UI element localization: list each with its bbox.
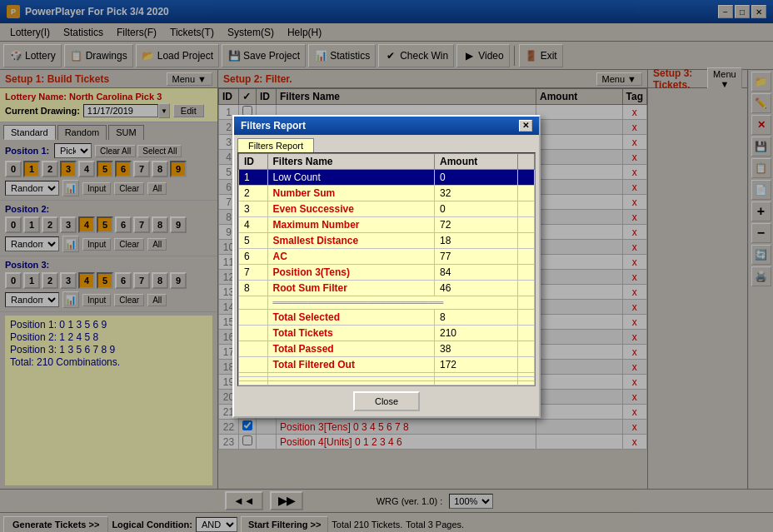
modal-row-tag [518, 264, 535, 280]
modal-content: ID Filters Name Amount 1 Low Count 0 2 N… [237, 152, 536, 386]
modal-total-label: Total Filtered Out [267, 356, 435, 372]
modal-total-label: Total Tickets [267, 325, 435, 341]
modal-table-row[interactable]: 4 Maximum Number 72 [239, 216, 535, 232]
modal-col-name: Filters Name [267, 153, 435, 169]
modal-total-row: Total Passed 38 [239, 341, 535, 356]
modal-row-name: Root Sum Filter [267, 280, 435, 296]
modal-close-button[interactable]: Close [353, 391, 420, 411]
modal-row-amount: 0 [435, 169, 518, 185]
modal-total-value: 172 [435, 356, 518, 372]
modal-row-tag [518, 216, 535, 232]
modal-row-id: 2 [239, 185, 268, 201]
modal-row-tag [518, 201, 535, 216]
modal-row-id: 1 [239, 169, 268, 185]
modal-row-amount: 77 [435, 248, 518, 264]
modal-tabs: Filters Report [234, 135, 539, 152]
modal-row-tag [518, 280, 535, 296]
modal-row-tag [518, 185, 535, 201]
modal-data-table: ID Filters Name Amount 1 Low Count 0 2 N… [238, 153, 535, 385]
filters-report-modal: Filters Report ✕ Filters Report ID Filte… [232, 115, 541, 418]
modal-total-id [239, 309, 268, 325]
modal-row-amount: 46 [435, 280, 518, 296]
modal-row-name: AC [267, 248, 435, 264]
modal-row-id: 5 [239, 232, 268, 248]
modal-overlay: Filters Report ✕ Filters Report ID Filte… [0, 0, 773, 532]
modal-total-id [239, 341, 268, 356]
modal-col-amount: Amount [435, 153, 518, 169]
modal-table-row[interactable]: 3 Even Successive 0 [239, 201, 535, 216]
modal-footer: Close [234, 386, 539, 416]
modal-total-row: Total Tickets 210 [239, 325, 535, 341]
modal-total-value: 38 [435, 341, 518, 356]
modal-table-row[interactable]: 6 AC 77 [239, 248, 535, 264]
modal-table-row[interactable]: 5 Smallest Distance 18 [239, 232, 535, 248]
modal-row-id: 8 [239, 280, 268, 296]
modal-row-name: Smallest Distance [267, 232, 435, 248]
modal-row-tag [518, 232, 535, 248]
modal-total-value: 8 [435, 309, 518, 325]
modal-row-name: Number Sum [267, 185, 435, 201]
modal-row-amount: 72 [435, 216, 518, 232]
modal-row-amount: 0 [435, 201, 518, 216]
modal-total-id [239, 325, 268, 341]
modal-col-id: ID [239, 153, 268, 169]
modal-tab-filters-report[interactable]: Filters Report [237, 138, 314, 152]
modal-title: Filters Report [241, 120, 306, 132]
modal-table-row[interactable]: 1 Low Count 0 [239, 169, 535, 185]
modal-empty-row [239, 380, 535, 385]
modal-total-id [239, 356, 268, 372]
modal-separator-row: ══════════════════════════════════ [239, 296, 535, 309]
modal-row-id: 7 [239, 264, 268, 280]
modal-col-scroll [518, 153, 535, 169]
modal-row-amount: 32 [435, 185, 518, 201]
modal-table-row[interactable]: 8 Root Sum Filter 46 [239, 280, 535, 296]
modal-row-name: Position 3(Tens) [267, 264, 435, 280]
modal-row-amount: 18 [435, 232, 518, 248]
modal-row-name: Low Count [267, 169, 435, 185]
modal-total-value: 210 [435, 325, 518, 341]
modal-total-label: Total Selected [267, 309, 435, 325]
modal-row-id: 4 [239, 216, 268, 232]
modal-row-tag [518, 169, 535, 185]
modal-row-name: Even Successive [267, 201, 435, 216]
modal-row-name: Maximum Number [267, 216, 435, 232]
modal-row-id: 3 [239, 201, 268, 216]
modal-title-bar: Filters Report ✕ [234, 117, 539, 135]
modal-total-label: Total Passed [267, 341, 435, 356]
modal-row-tag [518, 248, 535, 264]
modal-close-btn[interactable]: ✕ [519, 120, 532, 132]
modal-row-amount: 84 [435, 264, 518, 280]
modal-total-row: Total Selected 8 [239, 309, 535, 325]
modal-table-row[interactable]: 7 Position 3(Tens) 84 [239, 264, 535, 280]
modal-table-row[interactable]: 2 Number Sum 32 [239, 185, 535, 201]
modal-total-row: Total Filtered Out 172 [239, 356, 535, 372]
modal-row-id: 6 [239, 248, 268, 264]
